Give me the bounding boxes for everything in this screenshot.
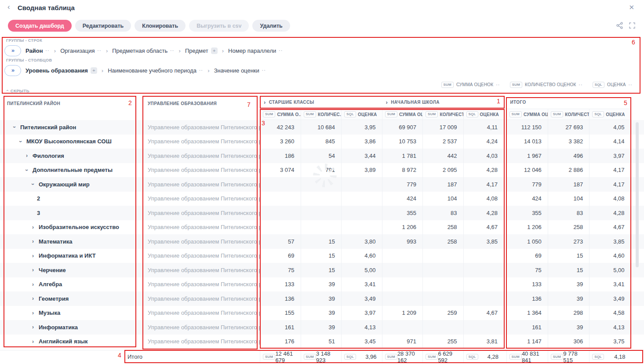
chevron-right-icon[interactable]: › xyxy=(31,238,35,244)
totals-value: 9 778 515 xyxy=(563,350,584,364)
tree-cell[interactable]: ›Черчение xyxy=(0,263,141,277)
add-icon[interactable]: + xyxy=(91,67,97,74)
expand-cols-button[interactable]: ›› xyxy=(4,65,21,76)
tree-cell[interactable]: ›Английский язык xyxy=(0,335,141,349)
tree-cell[interactable]: ›Алгебра xyxy=(0,277,141,292)
drag-handle-icon[interactable]: ·· xyxy=(262,68,266,73)
tree-cell[interactable]: ›Филология xyxy=(0,149,141,163)
back-icon[interactable]: ‹ xyxy=(7,3,10,11)
chevron-down-icon[interactable]: › xyxy=(11,125,18,129)
page-title: Сводная таблица xyxy=(18,4,75,11)
tree-cell[interactable]: ›МКОУ Высокополянская СОШ xyxy=(0,135,141,149)
chevron-right-icon[interactable]: › xyxy=(31,339,35,345)
column-header-cell[interactable]: SUMСУММА ОЦЕ... xyxy=(506,109,548,120)
value-cell: 791 xyxy=(301,163,342,178)
column-header-cell[interactable]: SQLОЦЕНКА xyxy=(463,109,504,120)
column-header-cell[interactable]: SQLОЦЕНКА xyxy=(341,109,382,120)
tree-cell[interactable]: ›Музыка xyxy=(0,306,141,320)
value-cell: 4,17 xyxy=(463,177,504,192)
tree-cell[interactable]: ›Изобразительное искусство xyxy=(0,220,141,235)
table-row: ›МКОУ Высокополянская СОШУправление обра… xyxy=(0,135,644,149)
totals-cell: SQL4,28 xyxy=(463,350,504,363)
chevron-right-icon[interactable]: › xyxy=(25,153,29,159)
expand-rows-button[interactable]: ›› xyxy=(4,45,21,56)
drag-handle-icon[interactable]: ·· xyxy=(46,48,50,53)
chevron-right-icon[interactable]: › xyxy=(31,310,35,316)
chevron-right-icon[interactable]: › xyxy=(31,281,35,288)
measure-chip[interactable]: SQLОЦЕНКА·· xyxy=(593,82,633,88)
chevron-down-icon[interactable]: › xyxy=(24,168,30,172)
chevron-right-icon[interactable]: › xyxy=(31,224,35,230)
org-cell: Управление образованием Пителинского рай… xyxy=(141,177,260,192)
tree-cell[interactable]: ›Геометрия xyxy=(0,291,141,306)
measure-label: ОЦЕНКА xyxy=(607,82,626,87)
pivot-table: ПИТЕЛИНСКИЙ РАЙОН УПРАВЛЕНИЕ ОБРАЗОВАНИЯ… xyxy=(0,95,644,349)
table-row: ›Пителинский районУправление образование… xyxy=(0,120,644,135)
chevron-right-icon[interactable]: › xyxy=(31,267,35,273)
drag-handle-icon[interactable]: ·· xyxy=(629,82,633,87)
column-header-cell[interactable]: SUMКОЛИЧЕС...↑2 xyxy=(301,109,342,120)
chevron-right-icon[interactable]: › xyxy=(386,99,388,106)
group-field-chip[interactable]: Уровень образования+ xyxy=(25,67,97,74)
drag-handle-icon[interactable]: ·· xyxy=(199,68,203,73)
tree-cell[interactable]: ›Математика xyxy=(0,234,141,249)
table-body: ›Пителинский районУправление образование… xyxy=(0,120,644,349)
column-header-cell[interactable]: SUMКОЛИЧЕСТВ... xyxy=(548,109,589,120)
add-icon[interactable]: + xyxy=(211,47,218,54)
group-field-chip[interactable]: Предметная область·· xyxy=(112,47,174,54)
column-group-header[interactable]: › НАЧАЛЬНАЯ ШКОЛА xyxy=(382,95,504,109)
chevron-right-icon[interactable]: › xyxy=(31,324,35,330)
clone-button[interactable]: Клонировать xyxy=(135,20,186,32)
drag-handle-icon[interactable]: ·· xyxy=(279,48,283,53)
group-field-chip[interactable]: Организация·· xyxy=(60,47,102,54)
tree-cell[interactable]: ›Информатика и ИКТ xyxy=(0,249,141,263)
close-icon[interactable]: ✕ xyxy=(629,4,634,11)
delete-button[interactable]: Удалить xyxy=(252,20,290,32)
group-field-chip[interactable]: Наименование учебного периода·· xyxy=(108,67,203,74)
group-field-label: Значение оценки xyxy=(214,67,259,74)
edit-button[interactable]: Редактировать xyxy=(75,20,131,32)
column-group-header[interactable]: › СТАРШИЕ КЛАССЫ xyxy=(260,95,382,109)
group-field-chip[interactable]: Предмет+ xyxy=(185,47,218,54)
drag-handle-icon[interactable]: ·· xyxy=(496,82,500,87)
tree-cell[interactable]: 3 xyxy=(0,206,141,220)
value-cell xyxy=(422,291,463,306)
measure-chip[interactable]: SUMКОЛИЧЕСТВО ОЦЕНОК·· xyxy=(510,82,583,88)
value-cell xyxy=(341,192,382,206)
share-icon[interactable] xyxy=(616,22,623,29)
group-field-chip[interactable]: Район·· xyxy=(25,47,50,54)
chevron-down-icon[interactable]: › xyxy=(30,182,36,186)
column-header-cell[interactable]: SQLОЦЕНКА xyxy=(589,109,630,120)
column-header-label: КОЛИЧЕСТВ... xyxy=(565,112,589,117)
measure-chip[interactable]: SUMСУММА ОЦЕНОК·· xyxy=(441,82,500,88)
chevron-down-icon[interactable]: › xyxy=(18,139,24,144)
tree-cell[interactable]: ›Окружающий мир xyxy=(0,177,141,192)
value-cell: 15 xyxy=(301,234,342,249)
vertical-scrollbar[interactable] xyxy=(636,122,639,267)
tree-cell[interactable]: ›Дополнительные предметы xyxy=(0,163,141,178)
tree-cell[interactable]: ›Информатика xyxy=(0,320,141,335)
tree-cell[interactable]: ›Пителинский район xyxy=(0,120,141,135)
column-header-cell[interactable]: SUMСУММА ОЦЕ... xyxy=(382,109,423,120)
rows-groups-label: ГРУППЫ - СТРОК xyxy=(6,38,42,43)
drag-handle-icon[interactable]: ·· xyxy=(98,48,102,53)
column-header-cell[interactable]: SUMСУММА О...↑1 xyxy=(260,109,301,120)
subheader-row: SUMСУММА ОЦЕ...SUMКОЛИЧЕСТВ...SQLОЦЕНКА xyxy=(506,109,631,120)
fullscreen-icon[interactable] xyxy=(629,22,635,29)
value-cell: 1 206 xyxy=(382,220,423,235)
create-dashboard-button[interactable]: Создать дашборд xyxy=(8,20,72,32)
hide-toggle[interactable]: › СКРЫТЬ xyxy=(6,88,29,93)
group-field-chip[interactable]: Значение оценки·· xyxy=(214,67,266,74)
drag-handle-icon[interactable]: ·· xyxy=(170,48,174,53)
tree-label: Геометрия xyxy=(39,295,69,302)
group-field-chip[interactable]: Номер параллели·· xyxy=(228,47,283,54)
tree-cell[interactable]: 2 xyxy=(0,192,141,206)
chevron-right-icon[interactable]: › xyxy=(31,253,35,259)
chevron-right-icon[interactable]: › xyxy=(264,99,266,106)
column-header-cell[interactable]: SUMКОЛИЧЕСТВ... xyxy=(422,109,463,120)
table-row: 2Управление образованием Пителинского ра… xyxy=(0,192,644,206)
drag-handle-icon[interactable]: ·· xyxy=(579,82,583,87)
column-header-label: ОЦЕНКА xyxy=(358,112,377,117)
tree-label: Математика xyxy=(39,238,72,245)
chevron-right-icon[interactable]: › xyxy=(31,295,35,302)
